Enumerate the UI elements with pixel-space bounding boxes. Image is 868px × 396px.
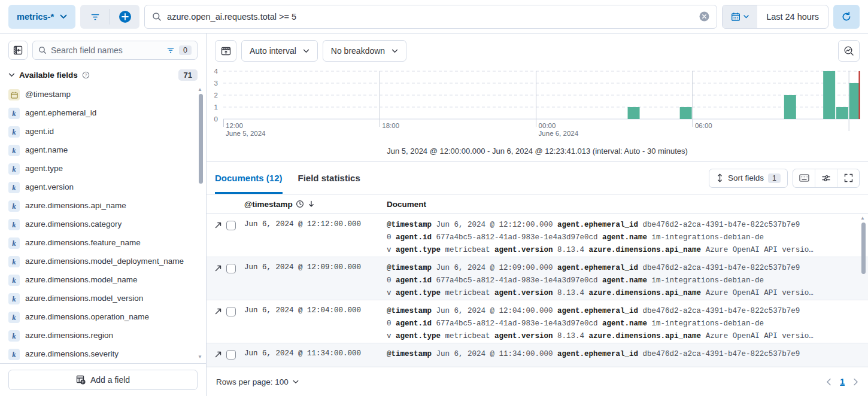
field-name: azure.dimensions.severity xyxy=(25,349,119,360)
field-name: azure.dimensions.model_version xyxy=(25,293,143,304)
field-list-item[interactable]: kazure.dimensions.model_version xyxy=(8,290,192,308)
grid-scrollbar[interactable] xyxy=(861,223,866,274)
collapse-sidebar-button[interactable] xyxy=(8,41,28,60)
field-list-item[interactable]: kagent.id xyxy=(8,123,192,141)
rows-per-page-label: Rows per page: 100 xyxy=(216,377,289,386)
hide-chart-button[interactable] xyxy=(215,40,236,62)
scrollbar-up-arrow[interactable]: ▲ xyxy=(198,87,202,92)
svg-text:00:00: 00:00 xyxy=(539,122,556,129)
data-view-picker[interactable]: metrics-* xyxy=(8,5,75,29)
field-list-item[interactable]: @timestamp xyxy=(8,86,192,104)
available-fields-header[interactable]: Available fields ? 71 xyxy=(0,63,206,84)
date-picker: Last 24 hours xyxy=(722,5,828,29)
field-name: azure.dimensions.region xyxy=(25,330,113,341)
clock-icon xyxy=(296,200,304,208)
field-list-item[interactable]: kazure.dimensions.severity xyxy=(8,345,192,363)
edit-visualization-button[interactable] xyxy=(838,40,860,62)
keyword-field-icon: k xyxy=(8,126,20,138)
row-checkbox[interactable] xyxy=(226,221,236,230)
expand-document-icon[interactable] xyxy=(214,307,222,315)
search-icon xyxy=(152,12,162,22)
add-field-button[interactable]: Add a field xyxy=(8,370,198,390)
chart-toolbar: Auto interval No breakdown xyxy=(207,33,868,63)
table-row: Jun 6, 2024 @ 12:04:00.000@timestamp Jun… xyxy=(207,300,868,343)
field-search-placeholder: Search field names xyxy=(51,45,162,55)
clear-query-icon[interactable] xyxy=(699,11,709,22)
next-page-button[interactable] xyxy=(853,378,858,386)
sort-fields-button[interactable]: Sort fields 1 xyxy=(709,169,788,188)
chevron-down-icon xyxy=(293,380,299,384)
expand-document-icon[interactable] xyxy=(214,264,222,272)
timestamp-cell: Jun 6, 2024 @ 11:34:00.000 xyxy=(244,348,387,367)
add-filter-button[interactable] xyxy=(110,5,139,29)
field-list-item[interactable]: kazure.dimensions.model_deployment_name xyxy=(8,252,192,271)
rows-per-page-button[interactable]: Rows per page: 100 xyxy=(216,377,299,386)
time-range-button[interactable]: Last 24 hours xyxy=(757,5,828,28)
timestamp-cell: Jun 6, 2024 @ 12:04:00.000 xyxy=(244,305,387,343)
document-cell: @timestamp Jun 6, 2024 @ 12:04:00.000 ag… xyxy=(387,305,868,343)
expand-document-icon[interactable] xyxy=(214,221,222,229)
row-checkbox[interactable] xyxy=(226,350,236,360)
field-list-item[interactable]: kazure.dimensions.api_name xyxy=(8,197,192,215)
fullscreen-button[interactable] xyxy=(837,169,859,188)
previous-page-button[interactable] xyxy=(826,378,831,386)
keyword-field-icon: k xyxy=(8,293,20,304)
display-options-button[interactable] xyxy=(815,169,837,188)
table-row: Jun 6, 2024 @ 12:09:00.000@timestamp Jun… xyxy=(207,257,868,300)
field-list-item[interactable]: kazure.dimensions.region xyxy=(8,327,192,345)
svg-text:June 6, 2024: June 6, 2024 xyxy=(539,130,579,137)
discover-main-panel: Auto interval No breakdown 0123412:00Jun… xyxy=(207,33,868,396)
date-quick-select-button[interactable] xyxy=(723,5,757,28)
field-list-item[interactable]: kagent.version xyxy=(8,178,192,197)
tab-documents[interactable]: Documents (12) xyxy=(215,162,283,194)
chevron-down-icon xyxy=(60,14,67,19)
timestamp-column-header[interactable]: @timestamp xyxy=(244,200,293,209)
field-list-item[interactable]: kazure.dimensions.category xyxy=(8,215,192,234)
table-row: Jun 6, 2024 @ 12:12:00.000@timestamp Jun… xyxy=(207,214,868,257)
add-field-label: Add a field xyxy=(90,375,130,385)
svg-text:06:00: 06:00 xyxy=(695,122,712,129)
filter-controls xyxy=(80,5,139,29)
row-checkbox[interactable] xyxy=(226,307,236,316)
filter-menu-button[interactable] xyxy=(80,5,110,29)
field-name: agent.version xyxy=(25,182,74,193)
document-cell: @timestamp Jun 6, 2024 @ 12:09:00.000 ag… xyxy=(387,262,868,300)
grid-view-controls xyxy=(793,169,860,188)
field-list-item[interactable]: kagent.type xyxy=(8,160,192,178)
field-filter-icon[interactable] xyxy=(166,47,175,54)
keyboard-shortcuts-button[interactable] xyxy=(793,169,815,188)
fields-sidebar: Search field names 0 Available fields ? … xyxy=(0,33,207,396)
field-list-item[interactable]: kagent.ephemeral_id xyxy=(8,104,192,123)
tab-field-statistics[interactable]: Field statistics xyxy=(298,162,360,194)
field-name: @timestamp xyxy=(25,89,71,100)
sort-descending-icon[interactable] xyxy=(307,200,315,208)
svg-text:?: ? xyxy=(84,73,87,77)
field-list-item[interactable]: kagent.name xyxy=(8,141,192,160)
sidebar-scrollbar[interactable] xyxy=(199,94,203,184)
row-checkbox[interactable] xyxy=(226,264,236,273)
date-field-icon xyxy=(8,89,20,100)
interval-dropdown[interactable]: Auto interval xyxy=(241,40,318,62)
histogram-chart[interactable]: 0123412:00June 5, 202418:0000:00June 6, … xyxy=(207,63,868,140)
keyword-field-icon: k xyxy=(8,275,20,286)
expand-document-icon[interactable] xyxy=(214,350,222,358)
keyword-field-icon: k xyxy=(8,349,20,360)
field-list-item[interactable]: kazure.dimensions.model_name xyxy=(8,271,192,290)
field-name: agent.ephemeral_id xyxy=(25,108,96,118)
field-search-input[interactable]: Search field names 0 xyxy=(32,41,198,60)
field-filter-count-badge: 0 xyxy=(179,45,192,55)
breakdown-dropdown[interactable]: No breakdown xyxy=(323,40,406,62)
keyword-field-icon: k xyxy=(8,182,20,193)
document-column-header: Document xyxy=(387,200,426,209)
scrollbar-down-arrow[interactable]: ▼ xyxy=(198,354,202,360)
chevron-down-icon xyxy=(8,73,15,77)
time-range-label: Last 24 hours xyxy=(766,12,819,22)
field-list-item[interactable]: kazure.dimensions.feature_name xyxy=(8,234,192,252)
field-name: agent.name xyxy=(25,145,68,156)
field-list: ▲ ▼ @timestampkagent.ephemeral_idkagent.… xyxy=(0,84,206,363)
page-number[interactable]: 1 xyxy=(840,377,845,386)
scrollbar-up-arrow[interactable]: ▲ xyxy=(860,215,865,221)
field-list-item[interactable]: kazure.dimensions.operation_name xyxy=(8,308,192,327)
refresh-query-button[interactable] xyxy=(833,5,860,29)
query-input[interactable]: azure.open_ai.requests.total >= 5 xyxy=(144,5,717,29)
